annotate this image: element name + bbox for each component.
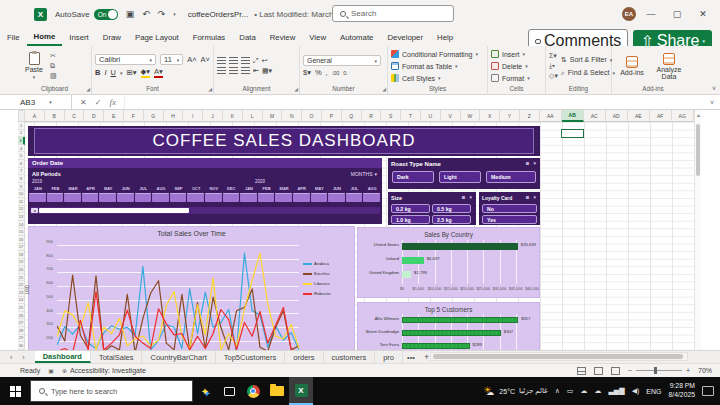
slicer-button-dark[interactable]: Dark	[392, 171, 434, 183]
row-header-21[interactable]: 21	[18, 274, 25, 282]
insert-function-icon[interactable]: fx	[109, 97, 116, 107]
column-header-c[interactable]: C	[65, 110, 85, 122]
ribbon-tab-file[interactable]: File	[0, 30, 27, 45]
row-header-16[interactable]: 16	[18, 236, 25, 244]
expand-formula-bar-icon[interactable]: ˅	[710, 99, 714, 106]
ribbon-tab-data[interactable]: Data	[232, 30, 262, 45]
cloud-icon[interactable]: ☁	[580, 387, 587, 395]
ribbon-tab-insert[interactable]: Insert	[62, 30, 96, 45]
ribbon-delete-cells-button[interactable]: Delete▾	[491, 61, 542, 72]
tray-expand-icon[interactable]: ∧	[555, 387, 560, 395]
comma-style-icon[interactable]: ,	[326, 68, 328, 77]
number-format-select[interactable]: General ▾	[303, 55, 381, 66]
multiselect-icon[interactable]: ≣	[526, 161, 530, 166]
ribbon-insert-cells-button[interactable]: Insert▾	[491, 49, 542, 60]
select-all-corner[interactable]	[18, 110, 25, 122]
slicer-button-no[interactable]: No	[482, 204, 537, 213]
accounting-format-icon[interactable]: $▾	[303, 68, 311, 77]
normal-view-icon[interactable]	[577, 367, 586, 375]
row-header-8[interactable]: 8	[18, 175, 25, 183]
format-painter-icon[interactable]: ▨	[50, 72, 57, 80]
slicer-button-0-5-kg[interactable]: 0.5 kg	[432, 204, 471, 213]
row-header-20[interactable]: 20	[18, 266, 25, 274]
row-header-6[interactable]: 6	[18, 160, 25, 168]
language-indicator[interactable]: ENG	[646, 388, 661, 395]
row-header-4[interactable]: 4	[18, 145, 25, 153]
dialog-launcher-icon[interactable]: ◢	[86, 86, 90, 92]
sheet-tab-orders[interactable]: orders	[285, 351, 323, 363]
task-view-button[interactable]	[217, 377, 241, 405]
align-bottom-icon[interactable]	[241, 57, 250, 64]
timeline-scrollbar[interactable]: ◂	[30, 207, 380, 214]
autosum-icon[interactable]: Σ▾	[549, 52, 558, 60]
weather-widget[interactable]: ☀☁ 25°C غائم جزئيا	[483, 385, 547, 397]
decrease-indent-icon[interactable]: ⇤	[253, 67, 259, 75]
clear-icon[interactable]: ◇▾	[549, 72, 558, 80]
taskbar-clock[interactable]: 9:28 PM 8/4/2025	[669, 382, 695, 400]
decrease-decimal-icon[interactable]: 0.	[343, 70, 348, 76]
column-header-ac[interactable]: AC	[584, 110, 606, 122]
column-header-p[interactable]: P	[322, 110, 342, 122]
slicer-button-yes[interactable]: Yes	[482, 215, 537, 224]
row-header-11[interactable]: 11	[18, 198, 25, 206]
taskbar-search[interactable]: Type here to search	[30, 380, 193, 402]
slicer-button-1-0-kg[interactable]: 1.0 kg	[391, 215, 430, 224]
row-header-25[interactable]: 25	[18, 304, 25, 312]
row-header-26[interactable]: 26	[18, 312, 25, 320]
row-header-7[interactable]: 7	[18, 168, 25, 176]
row-header-27[interactable]: 27	[18, 319, 25, 327]
row-header-12[interactable]: 12	[18, 206, 25, 214]
timeline-month-tile-apr[interactable]	[293, 193, 310, 202]
timeline-month-tile-jul[interactable]	[135, 193, 152, 202]
timeline-month-tile-jan[interactable]	[240, 193, 257, 202]
timeline-month-tile-apr[interactable]	[82, 193, 99, 202]
slicer-button-medium[interactable]: Medium	[486, 171, 536, 183]
column-header-d[interactable]: D	[84, 110, 104, 122]
vertical-scrollbar-thumb[interactable]	[696, 124, 700, 176]
column-header-j[interactable]: J	[203, 110, 223, 122]
clear-filter-icon[interactable]: ▼	[533, 161, 537, 166]
sheet-tab-pro[interactable]: pro	[375, 351, 403, 363]
column-header-n[interactable]: N	[282, 110, 302, 122]
timeline-month-tile-jan[interactable]	[29, 193, 46, 202]
italic-button[interactable]: I	[104, 68, 106, 77]
ribbon-tab-page-layout[interactable]: Page Layout	[128, 30, 186, 45]
column-header-m[interactable]: M	[263, 110, 283, 122]
timeline-month-tile-feb[interactable]	[47, 193, 64, 202]
copy-icon[interactable]: ⧉	[50, 62, 57, 70]
column-header-r[interactable]: R	[362, 110, 382, 122]
align-center-icon[interactable]	[229, 67, 238, 74]
enter-icon[interactable]: ✓	[95, 98, 102, 107]
row-header-24[interactable]: 24	[18, 297, 25, 305]
timeline-month-tile-nov[interactable]	[205, 193, 222, 202]
timeline-granularity-dropdown[interactable]: MONTHS ▾	[351, 171, 377, 177]
align-middle-icon[interactable]	[229, 57, 238, 64]
bold-button[interactable]: B	[95, 68, 100, 77]
timeline-month-tile-aug[interactable]	[363, 193, 380, 202]
column-header-t[interactable]: T	[401, 110, 421, 122]
page-break-view-icon[interactable]	[611, 367, 620, 375]
column-header-l[interactable]: L	[243, 110, 263, 122]
timeline-month-tile-aug[interactable]	[152, 193, 169, 202]
macro-record-icon[interactable]: ▣	[48, 367, 54, 374]
sheet-tab-totalsales[interactable]: TotalSales	[91, 351, 143, 363]
column-header-q[interactable]: Q	[342, 110, 362, 122]
column-header-y[interactable]: Y	[500, 110, 520, 122]
ribbon-format-as-table-button[interactable]: Format as Table▾	[391, 61, 484, 72]
zoom-in-icon[interactable]: +	[686, 367, 690, 374]
row-header-22[interactable]: 22	[18, 281, 25, 289]
timeline-month-tile-sep[interactable]	[170, 193, 187, 202]
page-layout-view-icon[interactable]	[594, 367, 603, 375]
next-sheet-icon[interactable]: ›	[22, 354, 24, 361]
column-header-i[interactable]: I	[183, 110, 203, 122]
column-header-ae[interactable]: AE	[628, 110, 650, 122]
prev-sheet-icon[interactable]: ‹	[10, 354, 12, 361]
ribbon-format-cells-button[interactable]: Format▾	[491, 73, 542, 84]
column-header-e[interactable]: E	[104, 110, 124, 122]
timeline-month-tile-mar[interactable]	[275, 193, 292, 202]
copilot-button[interactable]: ✦	[193, 377, 217, 405]
dialog-launcher-icon[interactable]: ◢	[208, 86, 212, 92]
ribbon-find-select-button[interactable]: ⌕Find & Select▾	[561, 67, 615, 78]
undo-icon[interactable]: ↶	[142, 9, 150, 19]
onedrive-icon[interactable]: ☁	[594, 387, 601, 395]
